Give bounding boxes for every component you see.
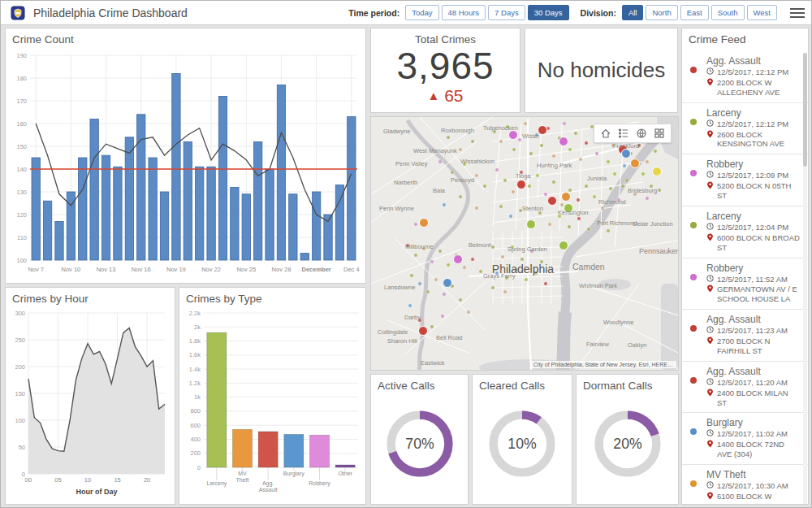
time-period-button-7-days[interactable]: 7 Days — [488, 5, 525, 20]
crime-cluster-point[interactable] — [562, 193, 571, 202]
legend-icon[interactable] — [615, 126, 632, 141]
crime-count-bar[interactable] — [335, 185, 343, 260]
home-icon[interactable] — [598, 126, 614, 141]
map-canvas[interactable]: GladwyneRoxboroughTulpehockenWisterFrank… — [371, 117, 678, 370]
crime-address: 2600 BLOCK KENSINGTON AVE — [706, 130, 800, 150]
crime-feed-item[interactable]: MV Theft12/5/2017, 10:30 AM6100 BLOCK W … — [682, 465, 808, 504]
crime-feed-item[interactable]: Agg. Assault12/5/2017, 11:23 AM2700 BLOC… — [682, 310, 808, 362]
crime-count-bar[interactable] — [242, 194, 250, 260]
division-button-east[interactable]: East — [680, 5, 709, 20]
crime-feed-item[interactable]: Agg. Assault12/5/2017, 12:12 PM2200 BLOC… — [682, 51, 808, 103]
crime-count-bar[interactable] — [137, 115, 145, 260]
crime-point — [577, 198, 580, 202]
crime-cluster-point[interactable] — [527, 220, 536, 229]
crimes-by-type-chart[interactable]: 02004006008001k1.2k1.4k1.6k1.8k2k2.2kLar… — [179, 306, 362, 500]
crime-point — [459, 298, 462, 302]
crime-count-bar[interactable] — [289, 194, 297, 260]
crime-count-bar[interactable] — [79, 158, 87, 260]
crime-feed-item[interactable]: Larceny12/5/2017, 12:12 PM2600 BLOCK KEN… — [682, 103, 808, 155]
division-button-west[interactable]: West — [747, 5, 777, 20]
crime-point — [512, 148, 516, 151]
crime-count-bar[interactable] — [231, 187, 239, 260]
crime-count-bar[interactable] — [114, 167, 122, 260]
crime-count-bar[interactable] — [43, 201, 51, 260]
crime-cluster-point[interactable] — [517, 180, 526, 189]
crime-feed-item[interactable]: Burglary12/5/2017, 11:02 AM1400 BLOCK 72… — [682, 413, 808, 465]
crime-point — [524, 122, 527, 125]
division-button-all[interactable]: All — [622, 5, 644, 20]
crime-point — [529, 152, 533, 155]
basemap-gallery-icon[interactable] — [651, 126, 667, 141]
crime-feed-item[interactable]: Agg. Assault12/5/2017, 11:20 AM2400 BLOC… — [682, 362, 808, 414]
crime-count-bar[interactable] — [348, 117, 356, 260]
crime-count-bar[interactable] — [277, 85, 285, 260]
crime-count-bar[interactable] — [312, 192, 320, 260]
no-homicides-panel: No homicides — [525, 28, 678, 113]
time-period-button-today[interactable]: Today — [405, 5, 438, 20]
crime-point — [548, 223, 551, 226]
division-button-group: AllNorthEastSouthWest — [622, 5, 777, 20]
crime-cluster-point[interactable] — [622, 150, 631, 158]
crime-count-chart[interactable]: 100110120130140150160170180190Nov 7Nov 1… — [6, 47, 362, 280]
crime-count-title: Crime Count — [6, 28, 365, 47]
crime-feed-list[interactable]: Agg. Assault12/5/2017, 12:12 PM2200 BLOC… — [682, 51, 808, 504]
crime-count-bar[interactable] — [90, 119, 98, 260]
basemap-globe-icon[interactable] — [633, 126, 650, 141]
crime-count-bar[interactable] — [125, 137, 133, 260]
crime-count-bar[interactable] — [196, 167, 204, 260]
crime-count-bar[interactable] — [149, 158, 157, 260]
crime-type-bar[interactable] — [284, 434, 304, 467]
crime-point — [495, 168, 499, 172]
crime-count-bar[interactable] — [266, 169, 274, 260]
crime-count-bar[interactable] — [102, 155, 110, 260]
crime-type-bar[interactable] — [232, 429, 252, 467]
crime-feed-item[interactable]: Robbery12/5/2017, 11:52 AMGERMANTOWN AV … — [682, 258, 808, 310]
time-period-button-48-hours[interactable]: 48 Hours — [442, 5, 486, 20]
place-label: Whitman Park — [579, 282, 617, 289]
crime-map[interactable]: GladwyneRoxboroughTulpehockenWisterFrank… — [370, 116, 679, 371]
crime-feed-item[interactable]: Robbery12/5/2017, 12:09 PM5200 BLOCK N 0… — [682, 154, 808, 206]
crime-type-bar[interactable] — [309, 435, 329, 467]
crime-type-bar[interactable] — [258, 432, 278, 467]
crime-cluster-point[interactable] — [454, 255, 463, 264]
division-button-north[interactable]: North — [646, 5, 677, 20]
crime-feed-item[interactable]: Larceny12/5/2017, 12:04 PM6000 BLOCK N B… — [682, 206, 808, 258]
crime-type-bar[interactable] — [207, 332, 227, 467]
crime-cluster-point[interactable] — [631, 159, 640, 168]
crime-cluster-point[interactable] — [559, 241, 568, 250]
crime-point — [443, 293, 446, 296]
clock-icon — [706, 326, 714, 333]
crime-cluster-point[interactable] — [420, 219, 429, 228]
feed-scrollbar-thumb[interactable] — [803, 53, 807, 167]
crime-count-bar[interactable] — [184, 141, 192, 260]
division-button-south[interactable]: South — [711, 5, 745, 20]
crime-cluster-point[interactable] — [559, 137, 568, 146]
place-label: Bala — [433, 187, 446, 194]
crime-point — [503, 290, 507, 293]
crime-count-bar[interactable] — [160, 192, 168, 260]
crime-point — [625, 179, 628, 182]
crime-count-bar[interactable] — [253, 141, 261, 260]
crime-count-bar[interactable] — [207, 167, 215, 260]
crime-cluster-point[interactable] — [653, 167, 662, 176]
crime-count-bar[interactable] — [218, 96, 227, 260]
crime-count-bar[interactable] — [32, 158, 40, 260]
crime-cluster-point[interactable] — [443, 279, 452, 288]
crime-count-panel: Crime Count 1001101201301401501601701801… — [5, 28, 366, 284]
crime-type: Agg. Assault — [706, 314, 800, 325]
crime-count-bar[interactable] — [172, 73, 180, 260]
crime-point — [574, 132, 577, 135]
menu-icon[interactable] — [790, 8, 805, 18]
crime-cluster-point[interactable] — [419, 327, 428, 336]
crime-type-bar[interactable] — [335, 465, 355, 467]
time-period-button-30-days[interactable]: 30 Days — [528, 5, 569, 20]
crime-cluster-point[interactable] — [548, 197, 557, 206]
feed-scrollbar[interactable] — [803, 53, 807, 504]
crime-count-bar[interactable] — [300, 254, 309, 260]
crimes-by-hour-chart[interactable]: 0501001502002503000005101520Hour of Day — [6, 306, 171, 500]
place-label: Pencoyd — [451, 176, 474, 184]
crime-cluster-point[interactable] — [509, 131, 518, 140]
crime-count-bar[interactable] — [55, 221, 63, 260]
dashboard-root: Philadelphia Crime Dashboard Time period… — [0, 0, 812, 508]
crime-point — [579, 158, 582, 161]
